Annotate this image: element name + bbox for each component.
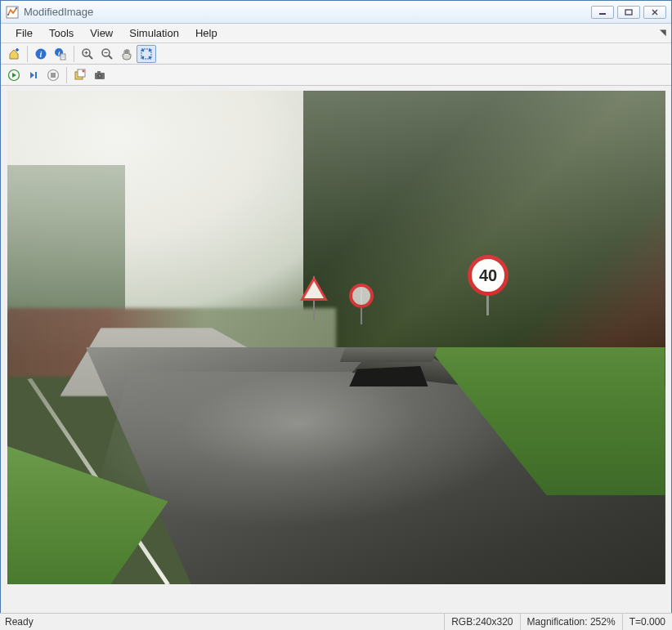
window-title: ModifiedImage	[24, 6, 591, 18]
step-forward-icon[interactable]	[24, 66, 43, 84]
svg-text:i: i	[40, 50, 43, 59]
close-button[interactable]	[643, 6, 666, 19]
status-magnification: Magnification: 252%	[520, 614, 622, 630]
statusbar: Ready RGB:240x320 Magnification: 252% T=…	[0, 613, 672, 630]
menu-file[interactable]: File	[7, 25, 41, 42]
window-controls	[591, 6, 666, 19]
minimize-button[interactable]	[591, 6, 614, 19]
menu-dropdown-corner-icon[interactable]: ◥	[660, 28, 666, 37]
svg-rect-21	[97, 71, 101, 73]
maximize-button[interactable]	[617, 6, 640, 19]
toolbar-separator	[74, 46, 74, 62]
speed-limit-value: 40	[479, 266, 497, 285]
camera-icon[interactable]	[90, 66, 110, 84]
image-region-culvert-top	[340, 347, 437, 362]
toolbar-separator	[27, 46, 28, 62]
svg-rect-9	[60, 54, 65, 60]
displayed-image[interactable]: 40	[7, 91, 665, 584]
image-region-trees-right	[303, 91, 665, 386]
info-doc-icon[interactable]: i	[51, 45, 70, 63]
toolbar-primary: i i	[1, 43, 671, 65]
svg-point-23	[99, 74, 101, 77]
zoom-out-icon[interactable]	[97, 45, 117, 63]
menu-tools[interactable]: Tools	[41, 25, 82, 42]
menubar: File Tools View Simulation Help ◥	[1, 24, 671, 43]
menu-simulation[interactable]: Simulation	[121, 25, 187, 42]
zoom-in-icon[interactable]	[78, 45, 97, 63]
titlebar: ModifiedImage	[1, 1, 671, 24]
fit-to-view-icon[interactable]	[137, 45, 156, 63]
svg-rect-3	[599, 13, 606, 15]
status-time: T=0.000	[622, 614, 672, 630]
status-rgb: RGB:240x320	[444, 614, 519, 630]
svg-point-2	[16, 7, 17, 9]
image-viewport: 40	[1, 86, 671, 612]
home-plus-icon[interactable]	[4, 45, 24, 63]
status-ready: Ready	[0, 616, 444, 628]
svg-rect-4	[625, 10, 632, 15]
toolbar-simulation	[1, 65, 671, 86]
svg-point-1	[7, 14, 9, 16]
svg-point-19	[83, 69, 85, 72]
menu-view[interactable]: View	[82, 25, 121, 42]
toolbar-separator	[66, 67, 67, 83]
play-icon[interactable]	[4, 66, 24, 84]
image-region-warning-sign	[300, 276, 315, 321]
svg-rect-16	[51, 73, 56, 78]
image-region-speed-limit-sign: 40	[468, 258, 489, 315]
menu-help[interactable]: Help	[187, 25, 226, 42]
svg-rect-14	[35, 72, 37, 78]
pan-hand-icon[interactable]	[117, 45, 137, 63]
image-region-prohibition-sign	[349, 284, 362, 324]
snapshot-icon[interactable]	[70, 66, 90, 84]
app-icon	[6, 6, 19, 19]
stop-icon[interactable]	[43, 66, 63, 84]
info-icon[interactable]: i	[31, 45, 51, 63]
